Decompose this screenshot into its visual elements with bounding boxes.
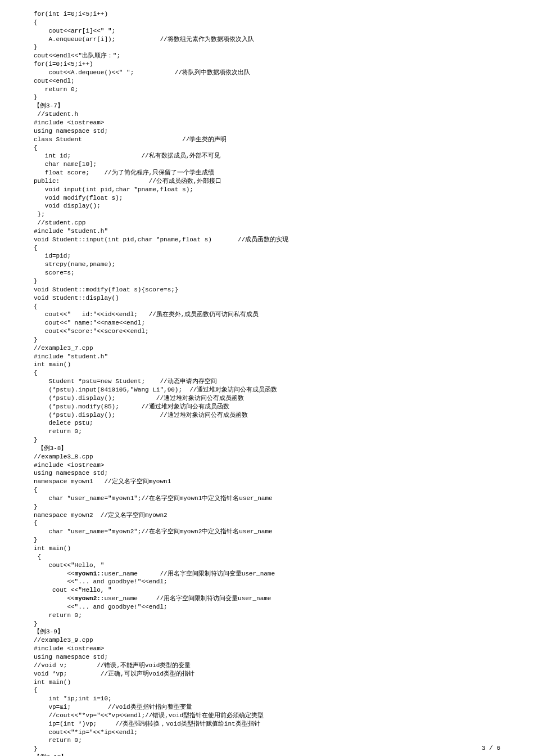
code-listing: for(int i=0;i<5;i++) { cout<<arr[i]<<" "… [34,10,500,756]
page-footer: 3 / 6 [482,744,500,753]
